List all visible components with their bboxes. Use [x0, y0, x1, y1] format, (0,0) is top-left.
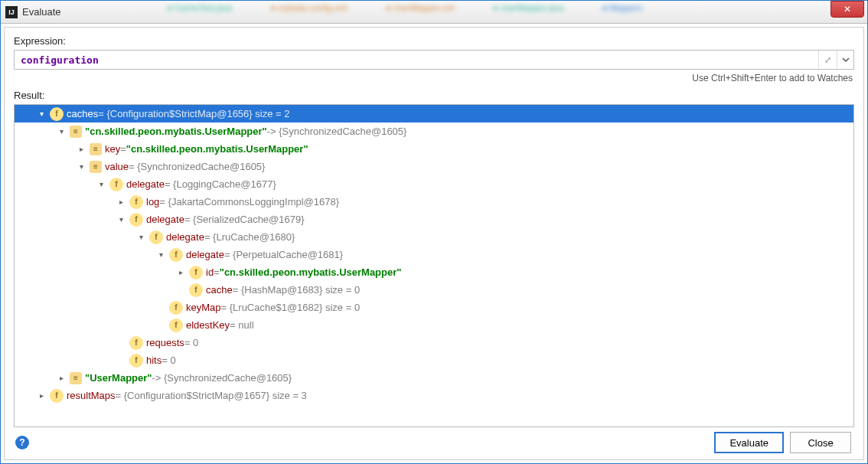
evaluate-panel: Expression: ⤢ Use Ctrl+Shift+Enter to ad… [4, 27, 864, 460]
node-value: = 0 [162, 355, 175, 366]
node-key: delegate [146, 214, 184, 225]
node-key: caches [67, 108, 98, 119]
expression-label: Expression: [14, 35, 854, 50]
result-label: Result: [14, 90, 854, 104]
tree-row[interactable]: ▾fdelegate = {LoggingCache@1677} [15, 175, 853, 193]
tree-row[interactable]: feldestKey = null [15, 316, 853, 334]
expression-input[interactable] [15, 51, 818, 69]
node-value: "cn.skilled.peon.mybatis.UserMapper" [126, 143, 308, 155]
app-icon: IJ [5, 6, 18, 18]
node-value: = {LruCache@1680} [204, 231, 295, 243]
chevron-right-icon[interactable]: ▸ [116, 198, 126, 206]
node-value: = {LoggingCache@1677} [165, 178, 276, 190]
chevron-down-icon[interactable]: ▾ [135, 233, 146, 241]
field-icon: f [169, 319, 183, 332]
node-value: = {PerpetualCache@1681} [224, 249, 343, 260]
tree-row[interactable]: ▸fid = "cn.skilled.peon.mybatis.UserMapp… [15, 263, 853, 281]
chevron-down-icon[interactable]: ▾ [56, 127, 67, 136]
chevron-down-icon[interactable]: ▾ [155, 250, 166, 259]
field-icon: f [109, 178, 123, 191]
tree-row[interactable]: ▸≡key = "cn.skilled.peon.mybatis.UserMap… [15, 140, 853, 158]
help-icon[interactable]: ? [15, 436, 29, 449]
node-key: resultMaps [67, 390, 116, 401]
node-key: "UserMapper" [85, 372, 152, 384]
tree-row[interactable]: ▾fdelegate = {LruCache@1680} [15, 228, 853, 246]
map-entry-icon: ≡ [90, 143, 102, 155]
tree-row[interactable]: ▾fdelegate = {PerpetualCache@1681} [15, 246, 853, 263]
tree-row[interactable]: ▾≡value = {SynchronizedCache@1605} [15, 158, 853, 175]
tree-row[interactable]: fkeyMap = {LruCache$1@1682} size = 0 [15, 299, 853, 316]
node-value: = {Configuration$StrictMap@1657} size = … [116, 390, 307, 401]
node-value: = {Configuration$StrictMap@1656} size = … [98, 108, 289, 119]
chevron-down-icon[interactable]: ▾ [96, 180, 106, 188]
node-key: delegate [186, 249, 224, 260]
node-value: "cn.skilled.peon.mybatis.UserMapper" [220, 266, 402, 278]
node-key: log [146, 196, 159, 207]
expand-icon[interactable]: ⤢ [818, 51, 837, 69]
field-icon: f [149, 230, 163, 244]
node-value: = {JakartaCommonsLoggingImpl@1678} [159, 196, 339, 207]
tree-row[interactable]: ▸fresultMaps = {Configuration$StrictMap@… [15, 387, 853, 404]
node-key: id [206, 266, 214, 278]
tree-row[interactable]: ▸flog = {JakartaCommonsLoggingImpl@1678} [15, 193, 853, 211]
chevron-down-icon[interactable]: ▾ [116, 215, 126, 224]
map-entry-icon: ≡ [70, 372, 82, 384]
field-icon: f [50, 107, 64, 121]
chevron-right-icon[interactable]: ▸ [36, 391, 47, 400]
node-key: value [105, 161, 129, 172]
field-icon: f [129, 195, 143, 209]
background-tabs: ● CacheTest.java● mybatis-config.xml● Us… [152, 3, 830, 21]
field-icon: f [189, 283, 203, 297]
node-key: keyMap [186, 302, 221, 313]
map-entry-icon: ≡ [70, 126, 82, 138]
tree-row[interactable]: ▾fdelegate = {SerializedCache@1679} [15, 211, 853, 228]
tree-row[interactable]: ▾≡"cn.skilled.peon.mybatis.UserMapper" -… [15, 123, 853, 140]
field-icon: f [169, 301, 183, 315]
chevron-right-icon[interactable]: ▸ [56, 374, 67, 382]
tree-row[interactable]: ▸≡"UserMapper" -> {SynchronizedCache@160… [15, 369, 853, 387]
dropdown-icon[interactable] [837, 51, 853, 69]
node-value: -> {SynchronizedCache@1605} [152, 372, 292, 384]
map-entry-icon: ≡ [90, 161, 102, 173]
field-icon: f [50, 389, 64, 403]
field-icon: f [129, 354, 143, 368]
window-title: Evaluate [22, 6, 152, 18]
hint-text: Use Ctrl+Shift+Enter to add to Watches [14, 70, 854, 90]
chevron-right-icon[interactable]: ▸ [76, 145, 86, 153]
node-key: "cn.skilled.peon.mybatis.UserMapper" [85, 126, 267, 137]
node-key: cache [206, 284, 233, 296]
node-key: hits [146, 355, 162, 366]
node-key: delegate [126, 178, 165, 190]
tree-row[interactable]: fcache = {HashMap@1683} size = 0 [15, 281, 853, 299]
field-icon: f [189, 266, 203, 279]
tree-row[interactable]: frequests = 0 [15, 334, 853, 351]
titlebar: IJ Evaluate ● CacheTest.java● mybatis-co… [1, 1, 867, 24]
node-value: = null [230, 319, 253, 331]
field-icon: f [129, 336, 143, 350]
node-value: -> {SynchronizedCache@1605} [267, 126, 407, 137]
chevron-down-icon[interactable]: ▾ [36, 109, 47, 118]
footer: ? Evaluate Close [14, 427, 854, 453]
node-key: requests [146, 337, 184, 348]
chevron-right-icon[interactable]: ▸ [175, 268, 186, 276]
node-key: delegate [166, 231, 204, 243]
field-icon: f [169, 248, 183, 262]
node-key: eldestKey [186, 319, 230, 331]
close-button[interactable]: Close [790, 432, 851, 453]
field-icon: f [129, 213, 143, 227]
node-value: = {SynchronizedCache@1605} [129, 161, 265, 172]
node-key: key [105, 143, 120, 155]
node-value: = 0 [184, 337, 198, 348]
node-value: = {SerializedCache@1679} [184, 214, 305, 225]
chevron-down-icon[interactable]: ▾ [76, 162, 86, 171]
expression-row: ⤢ [14, 50, 854, 70]
window-close-button[interactable]: ✕ [830, 1, 864, 18]
evaluate-button[interactable]: Evaluate [714, 432, 784, 453]
tree-row[interactable]: fhits = 0 [15, 351, 853, 369]
result-tree[interactable]: ▾fcaches = {Configuration$StrictMap@1656… [14, 104, 854, 427]
tree-row[interactable]: ▾fcaches = {Configuration$StrictMap@1656… [15, 105, 853, 123]
node-value: = {HashMap@1683} size = 0 [233, 284, 360, 296]
node-value: = {LruCache$1@1682} size = 0 [221, 302, 361, 313]
